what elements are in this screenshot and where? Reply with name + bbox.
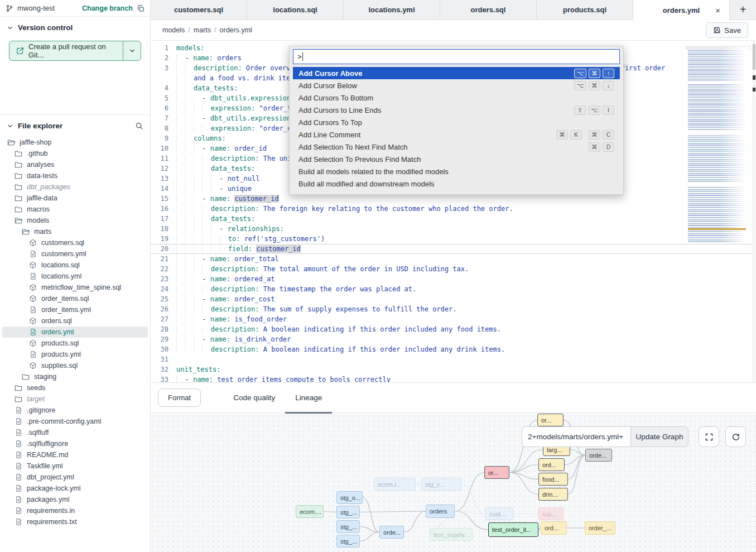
new-tab-button[interactable]: + <box>730 0 756 20</box>
file-tree-item-dbt_packages[interactable]: dbt_packages <box>2 181 148 193</box>
tab-products.sql[interactable]: products.sql <box>537 0 633 20</box>
lineage-node-orders[interactable]: orders <box>426 505 455 518</box>
lineage-node-food[interactable]: food... <box>538 473 568 486</box>
tab-code-quality[interactable]: Code quality <box>223 383 285 413</box>
palette-item-add-cursors-to-bottom[interactable]: Add Cursors To Bottom <box>293 92 620 104</box>
file-tree-item-macros[interactable]: macros <box>2 204 148 215</box>
file-explorer-section: File explorer jaffle-shop.githubanalyses… <box>0 114 150 527</box>
code-line: 24 description: The timestamp the order … <box>151 284 756 294</box>
file-tree-item-.github[interactable]: .github <box>2 148 148 159</box>
lineage-node-stg_o[interactable]: stg_o... <box>336 491 363 504</box>
lineage-node-stg_[interactable]: stg_... <box>336 520 360 533</box>
copy-branch-icon[interactable] <box>137 4 145 12</box>
file-tree-item-marts[interactable]: marts <box>2 226 148 237</box>
lineage-node-stg_[interactable]: stg_... <box>336 535 360 548</box>
file-tree-item-staging[interactable]: staging <box>2 371 148 382</box>
tab-orders.yml[interactable]: orders.yml× <box>633 0 730 21</box>
lineage-filter-input[interactable] <box>522 426 631 447</box>
change-branch-link[interactable]: Change branch <box>82 4 133 12</box>
editor-scrollbar[interactable] <box>752 41 756 382</box>
palette-item-build-all-models-related-to-the-modified-models[interactable]: Build all models related to the modified… <box>293 165 620 177</box>
tab-orders.sql[interactable]: orders.sql <box>440 0 537 20</box>
tab-customers.sql[interactable]: customers.sql <box>151 0 247 20</box>
tab-locations.sql[interactable]: locations.sql <box>247 0 344 20</box>
file-tree-item-locations.yml[interactable]: locations.yml <box>2 271 148 282</box>
file-tree-item-products.yml[interactable]: products.yml <box>2 349 148 360</box>
file-tree-item-dbt_project.yml[interactable]: dbt_project.yml <box>2 472 148 483</box>
file-tree-item-order_items.yml[interactable]: order_items.yml <box>2 304 148 315</box>
update-graph-button[interactable]: Update Graph <box>631 426 688 447</box>
file-tree-item-jaffle-shop[interactable]: jaffle-shop <box>2 137 148 148</box>
lineage-node-drin[interactable]: drin... <box>538 488 568 501</box>
file-tree-item-models[interactable]: models <box>2 215 148 226</box>
file-tree-item-data-tests[interactable]: data-tests <box>2 170 148 181</box>
file-explorer-header[interactable]: File explorer <box>0 115 150 135</box>
file-name: package-lock.yml <box>27 484 81 492</box>
file-tree: jaffle-shop.githubanalysesdata-testsdbt_… <box>0 135 150 527</box>
lineage-canvas[interactable]: Update Graph or...larg...orde...ord...or… <box>151 414 756 552</box>
file-tree-item-target[interactable]: target <box>2 393 148 405</box>
breadcrumb-marts[interactable]: marts <box>194 26 211 34</box>
palette-item-build-all-modified-and-downstream-models[interactable]: Build all modified and downstream models <box>293 177 620 190</box>
file-tree-item-products.sql[interactable]: products.sql <box>2 338 148 349</box>
lineage-node-or[interactable]: or... <box>484 466 509 479</box>
lineage-node-ord[interactable]: ord... <box>538 458 565 471</box>
command-palette-input[interactable]: > <box>293 49 620 64</box>
file-tree-item-packages.yml[interactable]: packages.yml <box>2 494 148 505</box>
refresh-button[interactable] <box>725 426 746 447</box>
palette-item-add-selection-to-next-find-match[interactable]: Add Selection To Next Find Match⌘D <box>293 141 620 153</box>
save-button[interactable]: Save <box>706 22 748 38</box>
breadcrumb-models[interactable]: models <box>162 26 185 34</box>
folder-open-icon <box>7 138 16 146</box>
file-tree-item-jaffle-data[interactable]: jaffle-data <box>2 193 148 204</box>
file-tree-item-orders.yml[interactable]: orders.yml <box>2 327 148 338</box>
palette-item-add-cursor-above[interactable]: Add Cursor Above⌥⌘↑ <box>293 67 620 79</box>
close-tab-icon[interactable]: × <box>715 6 720 15</box>
file-tree-item-orders.sql[interactable]: orders.sql <box>2 315 148 327</box>
lineage-node-stg_[interactable]: stg_... <box>336 506 360 519</box>
file-tree-item-order_items.sql[interactable]: order_items.sql <box>2 293 148 304</box>
lineage-node-orde[interactable]: orde... <box>379 526 404 539</box>
file-tree-item-README.md[interactable]: README.md <box>2 449 148 460</box>
create-pr-button[interactable]: Create a pull request on Git... <box>9 41 141 61</box>
file-tree-item-requirements.in[interactable]: requirements.in <box>2 505 148 516</box>
lineage-node-order_[interactable]: order_... <box>585 521 615 535</box>
file-tree-item-.pre-commit-config.yaml[interactable]: .pre-commit-config.yaml <box>2 416 148 427</box>
breadcrumb-file[interactable]: orders.yml <box>220 26 252 34</box>
lineage-node-ord[interactable]: ord... <box>541 521 567 535</box>
file-tree-item-.sqlfluff[interactable]: .sqlfluff <box>2 427 148 438</box>
palette-item-add-selection-to-previous-find-match[interactable]: Add Selection To Previous Find Match <box>293 153 620 165</box>
file-tree-item-package-lock.yml[interactable]: package-lock.yml <box>2 483 148 494</box>
file-tree-item-analyses[interactable]: analyses <box>2 159 148 170</box>
file-tree-item-seeds[interactable]: seeds <box>2 382 148 393</box>
file-name: locations.sql <box>41 261 80 269</box>
lineage-node-orde[interactable]: orde... <box>585 449 612 462</box>
file-tree-item-requirements.txt[interactable]: requirements.txt <box>2 516 148 527</box>
version-control-header[interactable]: Version control <box>0 17 150 36</box>
lineage-node-test_order_it[interactable]: test_order_it... <box>488 522 538 537</box>
file-tree-item-customers.yml[interactable]: customers.yml <box>2 248 148 260</box>
palette-item-add-cursor-below[interactable]: Add Cursor Below⌥⌘↓ <box>293 79 620 92</box>
file-tree-item-customers.sql[interactable]: customers.sql <box>2 237 148 248</box>
model-icon <box>28 295 37 303</box>
create-pr-caret[interactable] <box>123 41 141 60</box>
folder-icon <box>14 194 23 202</box>
format-button[interactable]: Format <box>158 388 201 407</box>
palette-item-add-line-comment[interactable]: Add Line Comment⌘K⌘C <box>293 128 620 141</box>
minimap[interactable] <box>688 46 749 243</box>
fullscreen-button[interactable] <box>699 426 719 447</box>
palette-item-add-cursors-to-line-ends[interactable]: Add Cursors to Line Ends⇧⌥I <box>293 104 620 116</box>
lineage-node-or[interactable]: or... <box>537 414 564 426</box>
file-tree-item-Taskfile.yml[interactable]: Taskfile.yml <box>2 460 148 472</box>
create-pr-main[interactable]: Create a pull request on Git... <box>9 41 123 60</box>
lineage-node-ecom[interactable]: ecom.... <box>296 505 324 518</box>
search-icon[interactable] <box>135 122 143 130</box>
file-tree-item-.sqlfluffignore[interactable]: .sqlfluffignore <box>2 438 148 449</box>
file-tree-item-locations.sql[interactable]: locations.sql <box>2 260 148 271</box>
file-tree-item-supplies.sql[interactable]: supplies.sql <box>2 360 148 371</box>
tab-locations.yml[interactable]: locations.yml <box>344 0 440 20</box>
palette-item-add-cursors-to-top[interactable]: Add Cursors To Top <box>293 116 620 128</box>
tab-lineage[interactable]: Lineage <box>285 383 332 413</box>
file-tree-item-.gitignore[interactable]: .gitignore <box>2 405 148 416</box>
file-tree-item-metricflow_time_spine.sql[interactable]: metricflow_time_spine.sql <box>2 282 148 293</box>
